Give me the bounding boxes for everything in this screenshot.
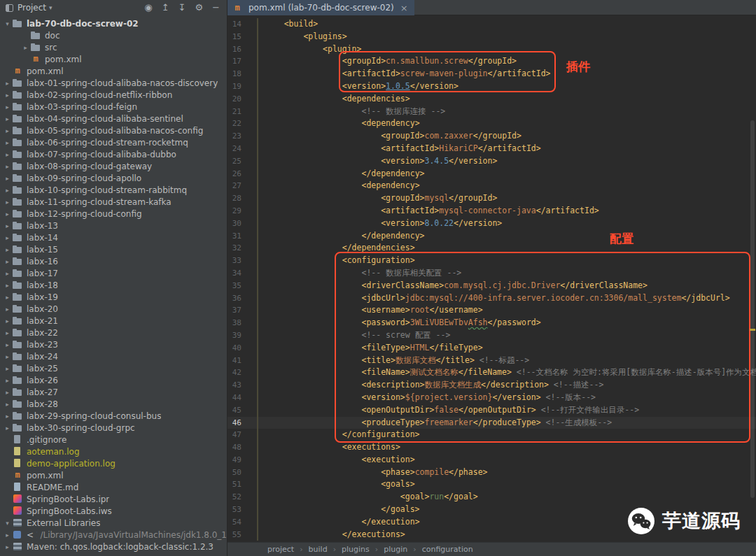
- locate-icon[interactable]: ◉: [144, 0, 152, 15]
- tree-item-labx-06-spring-cloud-stream-rocketmq[interactable]: ▸labx-06-spring-cloud-stream-rocketmq: [0, 136, 227, 148]
- tree-item-springboot-labs-ipr[interactable]: SpringBoot-Labs.ipr: [0, 493, 227, 505]
- tree-item-labx-11-spring-cloud-stream-kafka[interactable]: ▸labx-11-spring-cloud-stream-kafka: [0, 196, 227, 208]
- hide-panel-icon[interactable]: −: [212, 0, 220, 15]
- tree-item-pom-xml[interactable]: mpom.xml: [0, 53, 227, 65]
- tree-item-labx-19[interactable]: ▸labx-19: [0, 291, 227, 303]
- chevron-collapsed-icon[interactable]: ▸: [3, 211, 12, 218]
- line-number[interactable]: 25: [227, 155, 241, 168]
- editor-scrollbar[interactable]: [749, 15, 756, 542]
- code-line-25[interactable]: 25<version>3.4.5</version>: [227, 155, 756, 168]
- line-number[interactable]: 27: [227, 180, 241, 192]
- tree-item-readme-md[interactable]: README.md: [0, 481, 227, 493]
- tree-item-labx-29-spring-cloud-consul-bus[interactable]: ▸labx-29-spring-cloud-consul-bus: [0, 410, 227, 422]
- collapse-all-icon[interactable]: ↧: [178, 0, 186, 15]
- line-number[interactable]: 24: [227, 143, 241, 155]
- code-line-45[interactable]: 45<openOutputDir>false</openOutputDir> <…: [227, 404, 756, 417]
- line-number[interactable]: 37: [227, 304, 241, 317]
- tree-item-labx-01-spring-cloud-alibaba-nacos-discovery[interactable]: ▸labx-01-spring-cloud-alibaba-nacos-disc…: [0, 77, 227, 89]
- code-line-28[interactable]: 28<groupId>mysql</groupId>: [227, 192, 756, 205]
- tree-item-external-libraries[interactable]: ▾External Libraries: [0, 517, 227, 529]
- tree-item-labx-18[interactable]: ▸labx-18: [0, 279, 227, 291]
- line-number[interactable]: 54: [227, 516, 241, 529]
- code-line-31[interactable]: 31</dependency>: [227, 230, 756, 243]
- code-line-15[interactable]: 15<plugins>: [227, 31, 756, 43]
- tree-item-pom-xml[interactable]: mpom.xml: [0, 65, 227, 77]
- code-line-36[interactable]: 36<jdbcUrl>jdbc:mysql://400-infra.server…: [227, 292, 756, 305]
- line-number[interactable]: 14: [227, 18, 241, 31]
- line-number[interactable]: 22: [227, 117, 241, 130]
- code-line-27[interactable]: 27<dependency>: [227, 180, 756, 192]
- code-line-20[interactable]: 20<dependencies>: [227, 93, 756, 106]
- editor-tab-pom-xml[interactable]: m pom.xml (lab-70-db-doc-screw-02) ×: [227, 0, 414, 15]
- chevron-collapsed-icon[interactable]: ▸: [3, 413, 12, 420]
- chevron-collapsed-icon[interactable]: ▸: [3, 222, 12, 229]
- line-number[interactable]: 17: [227, 55, 241, 68]
- tree-item-labx-09-spring-cloud-apollo[interactable]: ▸labx-09-spring-cloud-apollo: [0, 172, 227, 184]
- code-line-54[interactable]: 54</execution>: [227, 516, 756, 529]
- code-line-50[interactable]: 50<phase>compile</phase>: [227, 466, 756, 479]
- tree-item-springboot-labs-iws[interactable]: SpringBoot-Labs.iws: [0, 505, 227, 517]
- tree-item-src[interactable]: ▸src: [0, 41, 227, 53]
- tree-item-labx-15[interactable]: ▸labx-15: [0, 243, 227, 255]
- line-number[interactable]: 15: [227, 31, 241, 43]
- code-line-17[interactable]: 17<groupId>cn.smallbun.screw</groupId>: [227, 55, 756, 68]
- chevron-collapsed-icon[interactable]: ▸: [3, 127, 12, 134]
- chevron-collapsed-icon[interactable]: ▸: [21, 44, 30, 51]
- tree-item-labx-23[interactable]: ▸labx-23: [0, 338, 227, 350]
- line-number[interactable]: 52: [227, 491, 241, 504]
- chevron-collapsed-icon[interactable]: ▸: [3, 246, 12, 253]
- tree-item-labx-04-spring-cloud-alibaba-sentinel[interactable]: ▸labx-04-spring-cloud-alibaba-sentinel: [0, 113, 227, 124]
- tree-item-labx-24[interactable]: ▸labx-24: [0, 350, 227, 362]
- code-line-32[interactable]: 32</dependencies>: [227, 242, 756, 255]
- code-line-37[interactable]: 37<username>root</username>: [227, 304, 756, 317]
- code-line-41[interactable]: 41<title>数据库文档</title> <!--标题-->: [227, 355, 756, 367]
- code-line-14[interactable]: 14<build>: [227, 18, 756, 31]
- tree-item-labx-10-spring-cloud-stream-rabbitmq[interactable]: ▸labx-10-spring-cloud-stream-rabbitmq: [0, 184, 227, 196]
- tree-item-labx-17[interactable]: ▸labx-17: [0, 267, 227, 279]
- chevron-collapsed-icon[interactable]: ▸: [3, 163, 12, 170]
- line-number[interactable]: 29: [227, 205, 241, 218]
- tree-item-labx-27[interactable]: ▸labx-27: [0, 386, 227, 398]
- code-line-30[interactable]: 30<version>8.0.22</version>: [227, 218, 756, 230]
- code-line-21[interactable]: 21<!-- 数据库连接 -->: [227, 106, 756, 118]
- tree-item-labx-13[interactable]: ▸labx-13: [0, 220, 227, 231]
- tree-item-labx-20[interactable]: ▸labx-20: [0, 303, 227, 315]
- code-line-35[interactable]: 35<driverClassName>com.mysql.cj.jdbc.Dri…: [227, 280, 756, 292]
- code-line-38[interactable]: 38<password>3WLiVUBEwTbvAfsh</password>: [227, 317, 756, 329]
- code-line-47[interactable]: 47</configuration>: [227, 429, 756, 441]
- tree-item-labx-26[interactable]: ▸labx-26: [0, 374, 227, 386]
- code-line-18[interactable]: 18<artifactId>screw-maven-plugin</artifa…: [227, 68, 756, 80]
- tree-item-labx-22[interactable]: ▸labx-22: [0, 327, 227, 338]
- tree-item-labx-21[interactable]: ▸labx-21: [0, 315, 227, 327]
- line-number[interactable]: 44: [227, 392, 241, 404]
- line-number[interactable]: 16: [227, 43, 241, 56]
- chevron-collapsed-icon[interactable]: ▸: [3, 329, 12, 336]
- chevron-collapsed-icon[interactable]: ▸: [3, 365, 12, 372]
- line-number[interactable]: 49: [227, 454, 241, 466]
- chevron-collapsed-icon[interactable]: ▸: [3, 532, 12, 539]
- tree-item-gitignore[interactable]: .gitignore: [0, 434, 227, 445]
- code-line-26[interactable]: 26</dependency>: [227, 168, 756, 180]
- chevron-collapsed-icon[interactable]: ▸: [3, 341, 12, 348]
- code-line-33[interactable]: 33<configuration>: [227, 255, 756, 267]
- line-number[interactable]: 21: [227, 106, 241, 118]
- tree-item-labx-30-spring-cloud-grpc[interactable]: ▸labx-30-spring-cloud-grpc: [0, 422, 227, 434]
- breadcrumb-item-plugin[interactable]: plugin: [384, 545, 407, 554]
- line-number[interactable]: 23: [227, 130, 241, 143]
- chevron-collapsed-icon[interactable]: ▸: [3, 401, 12, 408]
- close-tab-icon[interactable]: ×: [400, 3, 408, 13]
- line-number[interactable]: 48: [227, 441, 241, 454]
- chevron-collapsed-icon[interactable]: ▸: [3, 234, 12, 241]
- breadcrumb-item-build[interactable]: build: [309, 545, 328, 554]
- tree-item-maven-ch-qos-logback-logback-classic-1-2-3[interactable]: ▸Maven: ch.qos.logback:logback-classic:1…: [0, 541, 227, 553]
- chevron-expanded-icon[interactable]: ▾: [3, 520, 12, 527]
- line-number[interactable]: 41: [227, 355, 241, 367]
- tree-item-labx-25[interactable]: ▸labx-25: [0, 362, 227, 374]
- line-number[interactable]: 28: [227, 192, 241, 205]
- line-number[interactable]: 26: [227, 168, 241, 180]
- chevron-collapsed-icon[interactable]: ▸: [3, 270, 12, 277]
- code-line-42[interactable]: 42<fileName>测试文档名称</fileName> <!--文档名称 为…: [227, 366, 756, 379]
- line-number[interactable]: 34: [227, 267, 241, 280]
- chevron-collapsed-icon[interactable]: ▸: [3, 104, 12, 111]
- tree-item-lab-70-db-doc-screw-02[interactable]: ▾lab-70-db-doc-screw-02: [0, 17, 227, 29]
